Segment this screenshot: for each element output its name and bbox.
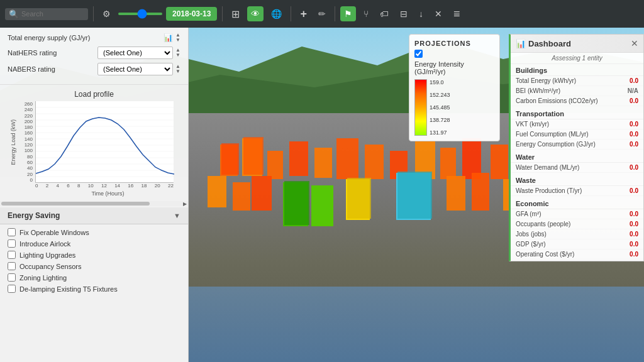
total-energy-label: Total Energy (kWh/yr) bbox=[516, 77, 619, 84]
nabers-select[interactable]: (Select One) bbox=[97, 63, 173, 75]
tree-button[interactable]: ⑂ bbox=[360, 6, 372, 21]
svg-rect-32 bbox=[447, 176, 465, 211]
tag-icon: 🏷 bbox=[380, 9, 389, 19]
economic-header: Economic bbox=[511, 197, 643, 209]
svg-rect-23 bbox=[284, 181, 309, 225]
nabers-arrows[interactable]: ▲▼ bbox=[175, 64, 180, 74]
transportation-header: Transportation bbox=[511, 107, 643, 119]
tag-button[interactable]: 🏷 bbox=[376, 6, 392, 21]
x-tick-18: 18 bbox=[142, 183, 147, 189]
grid-icon: ⊞ bbox=[231, 8, 240, 20]
occupants-row: Occupants (people) 0.0 bbox=[511, 219, 643, 229]
dashboard-panel: 📊 Dashboard ✕ Assessing 1 entity Buildin… bbox=[509, 34, 644, 261]
projections-title: PROJECTIONS bbox=[414, 40, 494, 47]
list-item-delamping[interactable]: De-lamping Existing T5 Fixtures bbox=[8, 285, 180, 293]
carbon-row: Carbon Emissions (tCO2e/yr) 0.0 bbox=[511, 96, 643, 106]
economic-section: Economic GFA (m²) 0.0 Occupants (people)… bbox=[511, 197, 643, 260]
x-axis-label: Time (Hours) bbox=[91, 190, 124, 197]
proj-max: 159.0 bbox=[430, 79, 450, 85]
airlock-checkbox[interactable] bbox=[8, 239, 16, 248]
download-icon: ↓ bbox=[419, 9, 423, 19]
date-label[interactable]: 2018-03-13 bbox=[166, 7, 217, 21]
add-button[interactable]: + bbox=[296, 5, 311, 23]
nabers-row: NABERS rating (Select One) ▲▼ bbox=[8, 63, 180, 75]
list-item-fix-windows[interactable]: Fix Operable Windows bbox=[8, 228, 180, 236]
chart-title: Load profile bbox=[8, 90, 180, 99]
jobs-label: Jobs (jobs) bbox=[516, 231, 619, 238]
chart-canvas bbox=[35, 101, 174, 183]
y-tick-80: 80 bbox=[27, 154, 33, 160]
svg-rect-13 bbox=[440, 148, 456, 179]
fix-windows-checkbox[interactable] bbox=[8, 228, 16, 236]
vkt-value: 0.0 bbox=[619, 121, 638, 128]
carbon-value: 0.0 bbox=[619, 97, 638, 104]
list-item-zoning-lighting[interactable]: Zoning Lighting bbox=[8, 273, 180, 282]
draw-button[interactable]: ✏ bbox=[314, 6, 330, 21]
list-item-occupancy-sensors[interactable]: Occupancy Sensors bbox=[8, 262, 180, 270]
chart-icon[interactable]: 📊 bbox=[164, 33, 173, 42]
svg-rect-33 bbox=[472, 173, 489, 211]
nathers-row: NatHERS rating (Select One) ▲▼ bbox=[8, 47, 180, 59]
plus-icon: + bbox=[300, 8, 307, 21]
layers-button[interactable]: ⊟ bbox=[396, 6, 411, 21]
delamping-checkbox[interactable] bbox=[8, 285, 16, 293]
x-tick-12: 12 bbox=[101, 183, 107, 189]
gfa-value: 0.0 bbox=[619, 211, 638, 217]
timeline-slider[interactable] bbox=[118, 13, 162, 15]
water-section: Water Water Demand (ML/yr) 0.0 bbox=[511, 151, 643, 173]
y-axis-label: Energy Load (kW) bbox=[10, 119, 16, 165]
search-input[interactable] bbox=[21, 10, 84, 18]
vkt-label: VKT (km/yr) bbox=[516, 121, 619, 128]
nabers-label: NABERS rating bbox=[8, 65, 97, 73]
nathers-label: NatHERS rating bbox=[8, 49, 97, 57]
dashboard-close-button[interactable]: ✕ bbox=[631, 38, 638, 48]
grid-view-button[interactable]: ⊞ bbox=[228, 6, 243, 23]
supply-label: Total energy supply (GJ/yr) bbox=[8, 34, 161, 41]
globe-button[interactable]: 🌐 bbox=[267, 6, 286, 21]
svg-rect-28 bbox=[397, 172, 432, 219]
proj-min: 131.97 bbox=[430, 129, 450, 136]
jobs-row: Jobs (jobs) 0.0 bbox=[511, 229, 643, 239]
projections-checkbox-row bbox=[414, 50, 494, 58]
list-item-airlock[interactable]: Introduce Airlock bbox=[8, 239, 180, 248]
buildings-section: Buildings Total Energy (kWh/yr) 0.0 BEI … bbox=[511, 64, 643, 106]
y-tick-200: 200 bbox=[25, 119, 33, 124]
nathers-arrows[interactable]: ▲▼ bbox=[175, 48, 180, 58]
occupants-value: 0.0 bbox=[619, 221, 638, 228]
operating-cost-row: Operating Cost ($/yr) 0.0 bbox=[511, 250, 643, 260]
lighting-checkbox[interactable] bbox=[8, 251, 16, 259]
zoning-lighting-checkbox[interactable] bbox=[8, 273, 16, 282]
svg-rect-6 bbox=[267, 151, 283, 179]
projections-panel: PROJECTIONS Energy Intensity (GJ/m²/yr) … bbox=[409, 34, 500, 141]
gfa-row: GFA (m²) 0.0 bbox=[511, 209, 643, 219]
projections-checkbox[interactable] bbox=[414, 50, 423, 58]
close-toolbar-button[interactable]: ✕ bbox=[431, 6, 446, 21]
left-panel: Total energy supply (GJ/yr) 📊 ▲▼ NatHERS… bbox=[0, 28, 189, 362]
nathers-select[interactable]: (Select One) bbox=[97, 47, 173, 59]
waste-production-value: 0.0 bbox=[619, 187, 638, 194]
download-button[interactable]: ↓ bbox=[415, 6, 427, 21]
zoning-lighting-label: Zoning Lighting bbox=[19, 274, 67, 282]
gdp-row: GDP ($/yr) 0.0 bbox=[511, 239, 643, 250]
occupancy-sensors-checkbox[interactable] bbox=[8, 262, 16, 270]
eye-button[interactable]: 👁 bbox=[247, 6, 264, 21]
menu-button[interactable]: ≡ bbox=[450, 5, 464, 23]
close-icon: ✕ bbox=[435, 9, 442, 19]
settings-button[interactable]: ⚙ bbox=[99, 6, 114, 21]
toolbar: 🔍 ⚙ 2018-03-13 ⊞ 👁 🌐 + ✏ ⚑ ⑂ 🏷 ⊟ ↓ ✕ bbox=[0, 0, 644, 28]
flag-button[interactable]: ⚑ bbox=[340, 6, 356, 21]
proj-v3: 138.728 bbox=[430, 117, 450, 123]
energy-saving-toggle[interactable]: ▼ bbox=[174, 212, 180, 219]
jobs-value: 0.0 bbox=[619, 231, 638, 238]
svg-rect-29 bbox=[208, 176, 226, 207]
supply-arrows[interactable]: ▲▼ bbox=[175, 33, 180, 43]
h-scrollbar[interactable]: ▶ bbox=[0, 201, 188, 206]
dashboard-icon: 📊 bbox=[516, 39, 526, 48]
lighting-label: Lighting Upgrades bbox=[19, 251, 75, 259]
dashboard-title: Dashboard bbox=[528, 39, 571, 48]
x-tick-14: 14 bbox=[114, 183, 120, 189]
separator-1 bbox=[93, 6, 94, 21]
svg-rect-15 bbox=[491, 145, 508, 179]
list-item-lighting[interactable]: Lighting Upgrades bbox=[8, 251, 180, 259]
search-icon: 🔍 bbox=[9, 9, 19, 19]
